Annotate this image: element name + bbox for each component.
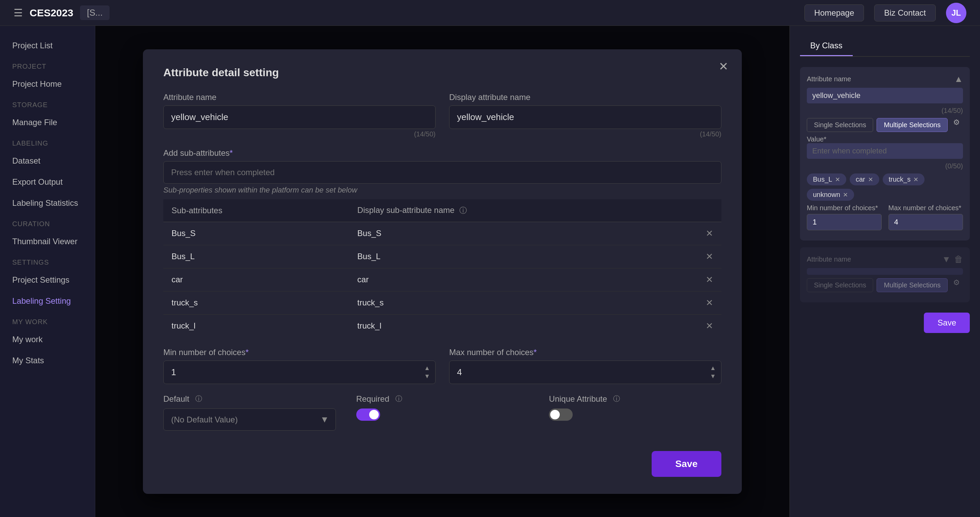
min-choices-arrows: ▲ ▼ (422, 364, 432, 380)
min-choices-label: Min number of choices* (163, 347, 436, 357)
choices-row: Min number of choices* ▲ ▼ (163, 347, 721, 384)
single-selections-btn[interactable]: Single Selections (807, 118, 873, 132)
min-choices-field-label: Min number of choices* (807, 204, 882, 212)
sub-attr-delete-btn-0[interactable]: ✕ (706, 228, 713, 239)
sidebar-item-labeling-statistics[interactable]: Labeling Statistics (0, 193, 95, 213)
single-selections-btn-2[interactable]: Single Selections (807, 278, 873, 292)
sidebar-item-export-output[interactable]: Export Output (0, 173, 95, 192)
sidebar-item-project-settings[interactable]: Project Settings (0, 270, 95, 289)
navbar-right: Homepage Biz Contact JL (804, 3, 966, 23)
table-header-display-sub-attribute: Display sub-attribute name ⓘ (349, 199, 698, 222)
hamburger-icon[interactable]: ☰ (14, 7, 23, 19)
sidebar-item-project-home[interactable]: Project Home (0, 75, 95, 94)
biz-contact-button[interactable]: Biz Contact (874, 5, 936, 21)
unique-attribute-toggle[interactable] (549, 409, 573, 421)
display-attribute-name-group: Display attribute name (14/50) (449, 92, 721, 138)
attr-item-1-delete-btn[interactable]: ▲ (954, 74, 963, 84)
sub-attr-cell-2: car (163, 268, 349, 291)
display-attribute-name-input[interactable] (449, 105, 721, 129)
max-choices-input[interactable] (449, 360, 721, 384)
required-toggle-wrapper (356, 409, 529, 421)
sub-attr-delete-btn-2[interactable]: ✕ (706, 274, 713, 285)
gear-icon-2[interactable]: ⚙ (953, 278, 960, 292)
table-header-sub-attributes: Sub-attributes (163, 199, 349, 222)
tag-unknown: unknown ✕ (807, 189, 854, 201)
sub-attr-delete-btn-3[interactable]: ✕ (706, 298, 713, 308)
sidebar-item-manage-file[interactable]: Manage File (0, 113, 95, 132)
min-choices-up-arrow[interactable]: ▲ (422, 364, 432, 372)
max-choices-field-label: Max number of choices* (888, 204, 963, 212)
display-sub-attr-cell-1: Bus_L (349, 245, 698, 268)
sidebar-item-thumbnail-viewer[interactable]: Thumbnail Viewer (0, 232, 95, 251)
required-toggle[interactable] (356, 409, 380, 421)
sidebar-item-project-list[interactable]: Project List (0, 36, 95, 55)
display-sub-attr-cell-3: truck_s (349, 291, 698, 314)
sidebar-item-dataset[interactable]: Dataset (0, 151, 95, 170)
homepage-button[interactable]: Homepage (804, 5, 864, 21)
display-attribute-name-label: Display attribute name (449, 92, 721, 102)
right-panel: By Class Attribute name ▲ yellow_vehicle… (789, 26, 980, 517)
selection-type-btns: Single Selections Multiple Selections ⚙ (807, 118, 963, 132)
attr-item-2-delete-btn[interactable]: 🗑 (954, 254, 963, 265)
max-choices-down-arrow[interactable]: ▼ (708, 373, 718, 380)
display-sub-attr-info-icon[interactable]: ⓘ (460, 206, 467, 215)
min-choices-down-arrow[interactable]: ▼ (422, 373, 432, 380)
min-choices-input-wrapper: ▲ ▼ (163, 360, 436, 384)
sidebar-section-labeling: Labeling (0, 134, 95, 149)
brand-name: CES2023 (30, 7, 73, 19)
attribute-name-row: Attribute name (14/50) Display attribute… (163, 92, 721, 138)
tag-car-remove[interactable]: ✕ (868, 176, 873, 183)
sub-attr-cell-0: Bus_S (163, 222, 349, 245)
attribute-name-input[interactable] (163, 105, 436, 129)
right-panel-save-button[interactable]: Save (924, 312, 970, 333)
default-label: Default ⓘ (163, 394, 336, 404)
tag-bus-l-remove[interactable]: ✕ (835, 176, 840, 183)
attr-item-2-label: Attribute name (807, 255, 851, 263)
tag-unknown-remove[interactable]: ✕ (843, 191, 848, 199)
default-select[interactable]: (No Default Value) (163, 409, 336, 431)
sidebar-item-labeling-setting[interactable]: Labeling Setting (0, 292, 95, 311)
required-group: Required ⓘ (356, 394, 529, 421)
attribute-item-1: Attribute name ▲ yellow_vehicle (14/50) … (800, 67, 970, 241)
sub-attr-delete-btn-4[interactable]: ✕ (706, 321, 713, 331)
table-row: truck_l truck_l ✕ (163, 314, 721, 338)
sidebar-item-my-work[interactable]: My work (0, 330, 95, 349)
required-info-icon[interactable]: ⓘ (395, 394, 402, 403)
attribute-name-label: Attribute name (163, 92, 436, 102)
multiple-selections-btn-2[interactable]: Multiple Selections (877, 278, 948, 292)
unique-attribute-group: Unique Attribute ⓘ (549, 394, 721, 421)
bottom-options-row: Default ⓘ (No Default Value) ▼ (163, 394, 721, 431)
tag-bus-l: Bus_L ✕ (807, 173, 846, 186)
attr-item-2-up-btn[interactable]: ▼ (942, 254, 951, 265)
table-row: Bus_L Bus_L ✕ (163, 245, 721, 268)
sub-attr-cell-1: Bus_L (163, 245, 349, 268)
display-sub-attr-cell-4: truck_l (349, 314, 698, 338)
min-choices-input[interactable] (163, 360, 436, 384)
max-choices-up-arrow[interactable]: ▲ (708, 364, 718, 372)
tag-truck-s-remove[interactable]: ✕ (913, 176, 918, 183)
max-choices-group: Max number of choices* ▲ ▼ (449, 347, 721, 384)
tab-by-class[interactable]: By Class (800, 36, 853, 56)
unique-attribute-info-icon[interactable]: ⓘ (613, 394, 620, 403)
navbar: ☰ CES2023 [S... Homepage Biz Contact JL (0, 0, 980, 26)
max-choices-input-wrapper: ▲ ▼ (449, 360, 721, 384)
unique-toggle-wrapper (549, 409, 721, 421)
gear-icon[interactable]: ⚙ (953, 118, 960, 132)
modal-save-button[interactable]: Save (652, 451, 721, 477)
unique-attribute-label-text: Unique Attribute ⓘ (549, 394, 721, 404)
max-choices-field-input[interactable] (888, 214, 963, 230)
min-choices-field-input[interactable] (807, 214, 882, 230)
app-container: ☰ CES2023 [S... Homepage Biz Contact JL … (0, 0, 980, 517)
tag-car: car ✕ (850, 173, 879, 186)
table-row: truck_s truck_s ✕ (163, 291, 721, 314)
multiple-selections-btn[interactable]: Multiple Selections (877, 118, 948, 132)
attribute-detail-modal: Attribute detail setting ✕ Attribute nam… (143, 49, 742, 494)
overlay-backdrop: Attribute detail setting ✕ Attribute nam… (95, 26, 789, 517)
sidebar-item-my-stats[interactable]: My Stats (0, 351, 95, 370)
sub-attr-delete-btn-1[interactable]: ✕ (706, 251, 713, 262)
default-info-icon[interactable]: ⓘ (195, 394, 202, 403)
modal-close-button[interactable]: ✕ (719, 60, 728, 73)
table-row: car car ✕ (163, 268, 721, 291)
add-sub-attributes-input[interactable] (163, 161, 721, 184)
sub-attr-cell-4: truck_l (163, 314, 349, 338)
